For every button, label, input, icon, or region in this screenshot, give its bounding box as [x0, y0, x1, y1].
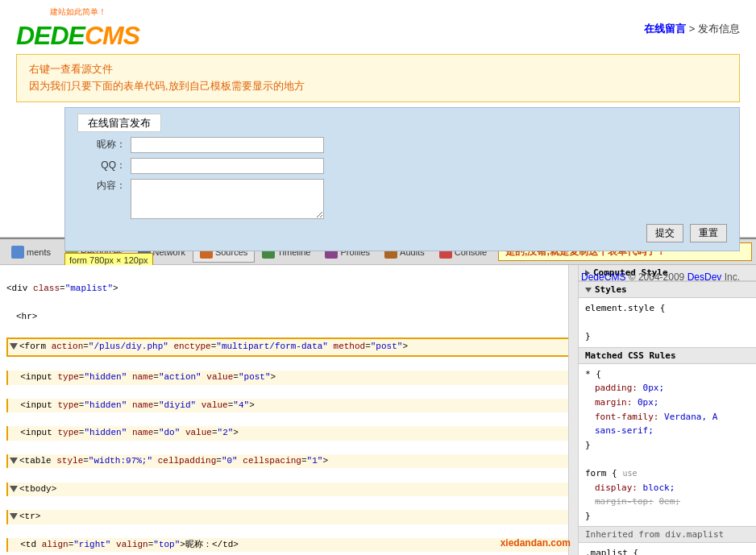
- website-area: 建站如此简单！ DEDECMS 在线留言 > 发布信息 右键一查看源文件 因为我…: [0, 0, 756, 238]
- element-style-close: }: [585, 331, 591, 342]
- triangle-down-tbody: [10, 486, 18, 492]
- font-family-name: font-family:: [595, 412, 658, 422]
- nickname-row: 昵称：: [77, 137, 727, 153]
- source-content: <div class="maplist"> <hr> <form action=…: [0, 265, 578, 555]
- inherited-header: Inherited from div.maplist: [579, 526, 756, 543]
- use-keyword: use: [622, 469, 637, 478]
- margin-top-val: 0em;: [658, 496, 680, 507]
- inherited-label: Inherited from div.maplist: [585, 529, 724, 540]
- qq-label: QQ：: [77, 159, 126, 172]
- tab-elements[interactable]: ments: [4, 242, 58, 263]
- nickname-label: 昵称：: [77, 138, 126, 151]
- content-row: 内容：: [77, 179, 727, 219]
- form-selector: form {: [585, 468, 617, 478]
- nickname-input[interactable]: [131, 137, 324, 153]
- padding-val: 0px;: [643, 383, 665, 393]
- triangle-down-table: [10, 458, 18, 464]
- form-rule-close: }: [585, 511, 591, 521]
- qq-input[interactable]: [131, 158, 324, 174]
- form-title: 在线留言发布: [77, 114, 161, 132]
- matched-rules-content: * { padding: 0px; margin: 0px; font-fami…: [579, 364, 756, 527]
- code-line-5: <input type="hidden" name="diyid" value=…: [6, 399, 571, 413]
- dedecms-link[interactable]: DedeCMS: [581, 271, 625, 283]
- padding-prop: padding: 0px;: [585, 383, 664, 393]
- triangle-down-tr: [10, 513, 18, 520]
- margin-top-prop: margin-top: 0em;: [585, 496, 680, 507]
- matched-rules-label: Matched CSS Rules: [585, 350, 676, 361]
- nav-separator: >: [689, 23, 698, 35]
- nav-links: 在线留言 > 发布信息: [644, 22, 740, 36]
- elements-icon: [11, 246, 24, 259]
- code-line-6: <input type="hidden" name="do" value="2"…: [6, 426, 571, 441]
- star-rule: * { padding: 0px; margin: 0px; font-fami…: [585, 367, 750, 453]
- styles-panel: Computed Style Styles element.style { } …: [579, 265, 756, 555]
- logo: DEDECMS: [16, 21, 139, 51]
- content-textarea[interactable]: [131, 179, 324, 219]
- logo-area: 建站如此简单！ DEDECMS: [16, 6, 139, 51]
- font-family-val: Verdana, A: [664, 412, 717, 422]
- margin-prop-name: margin:: [595, 397, 632, 408]
- qq-row: QQ：: [77, 158, 727, 174]
- desdev-link[interactable]: DesDev: [687, 271, 722, 283]
- source-scrollbar[interactable]: [568, 265, 578, 555]
- code-line-10: <td align="right" valign="top">昵称：</td>: [6, 538, 571, 553]
- submit-button[interactable]: 提交: [646, 224, 683, 242]
- margin-top-name: margin-top:: [595, 496, 654, 507]
- form-rule: form { use display: block; margin-top: 0…: [585, 466, 750, 523]
- powered-text-after: Inc.: [721, 271, 740, 283]
- element-style-rule: element.style { }: [585, 301, 750, 344]
- nav-link-message[interactable]: 在线留言: [644, 23, 686, 35]
- logo-dede: DEDE: [16, 21, 85, 50]
- instruction-line2: 因为我们只要下面的表单代码,放到自己模板需要显示的地方: [29, 78, 727, 95]
- devtools-main: <div class="maplist"> <hr> <form action=…: [0, 265, 756, 555]
- logo-tagline: 建站如此简单！: [16, 6, 139, 18]
- styles-toggle[interactable]: [585, 288, 592, 292]
- matched-rules-header: Matched CSS Rules: [579, 347, 756, 364]
- tab-elements-label: ments: [27, 247, 51, 257]
- maplist-rule: .maplist { line-height: 21px; }: [585, 546, 750, 555]
- star-selector: * {: [585, 369, 601, 379]
- form-section: 在线留言发布 昵称： QQ： 内容： 提交 重置: [64, 107, 740, 251]
- code-line-1: <div class="maplist">: [6, 282, 571, 296]
- form-buttons: 提交 重置: [77, 224, 727, 242]
- code-line-3: <form action="/plus/diy.php" enctype="mu…: [6, 338, 571, 357]
- styles-content: element.style { }: [579, 298, 756, 347]
- top-header: 建站如此简单！ DEDECMS 在线留言 > 发布信息: [0, 0, 756, 54]
- code-line-2: <hr>: [6, 310, 571, 325]
- inherited-content: .maplist { line-height: 21px; } * {: [579, 543, 756, 555]
- code-line-9: <tr>: [6, 510, 571, 524]
- watermark-text: xiedandan.com: [501, 537, 571, 549]
- instruction-line1: 右键一查看源文件: [29, 61, 727, 78]
- content-label: 内容：: [77, 179, 126, 193]
- code-line-7: <table style="width:97%;" cellpadding="0…: [6, 454, 571, 469]
- code-line-8: <tbody>: [6, 483, 571, 497]
- margin-val: 0px;: [638, 397, 659, 408]
- display-prop-name: display:: [595, 483, 638, 493]
- nav-current: 发布信息: [698, 23, 740, 35]
- padding-prop-name: padding:: [595, 383, 638, 393]
- logo-cms: CMS: [85, 21, 139, 50]
- font-family-prop: font-family: Verdana, A: [585, 412, 717, 422]
- source-panel: <div class="maplist"> <hr> <form action=…: [0, 265, 579, 555]
- star-rule-close: }: [585, 440, 591, 450]
- instruction-box: 右键一查看源文件 因为我们只要下面的表单代码,放到自己模板需要显示的地方: [16, 54, 740, 102]
- font-family-val2: sans-serif;: [595, 425, 654, 436]
- element-style-selector: element.style {: [585, 303, 665, 313]
- display-prop: display: block;: [585, 483, 675, 493]
- font-family-cont: sans-serif;: [585, 425, 654, 436]
- maplist-selector: .maplist {: [585, 548, 638, 555]
- code-line-4: <input type="hidden" name="action" value…: [6, 371, 571, 385]
- display-val: block;: [643, 483, 675, 493]
- triangle-down-form: [10, 343, 18, 350]
- powered-text-middle: © 2004-2009: [625, 271, 687, 283]
- reset-button[interactable]: 重置: [690, 224, 727, 242]
- margin-prop: margin: 0px;: [585, 397, 658, 408]
